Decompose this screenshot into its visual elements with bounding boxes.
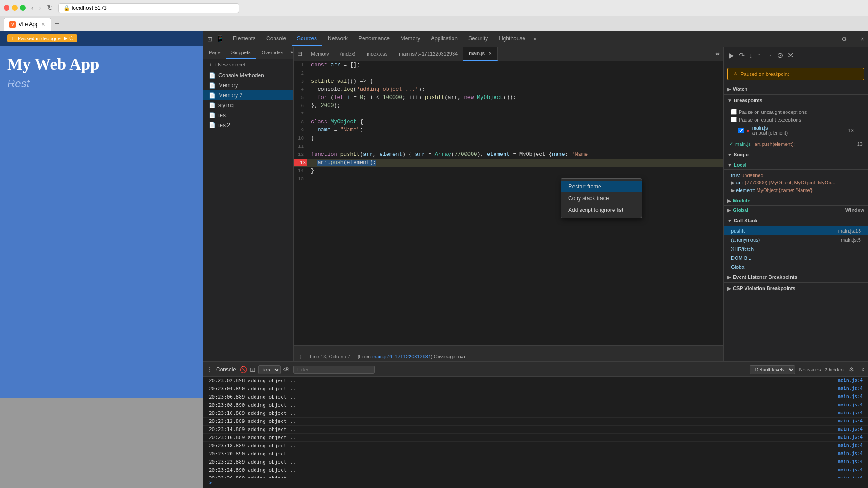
callstack-item-anon[interactable]: (anonymous) main.js:5 <box>724 235 868 244</box>
pause-resume-button[interactable]: ▶ <box>727 50 736 61</box>
global-scope-header[interactable]: ▶ Global Window <box>724 206 868 215</box>
pause-uncaught-checkbox[interactable] <box>731 109 737 115</box>
filter-icon[interactable]: ⊡ <box>250 366 255 373</box>
tab-close-button[interactable]: × <box>41 21 45 28</box>
subtab-overrides[interactable]: Overrides <box>256 47 289 59</box>
csp-violation-breakpoints-header[interactable]: ▶ CSP Violation Breakpoints <box>724 283 868 294</box>
callstack-item-xhr[interactable]: XHR/fetch <box>724 244 868 253</box>
step-button[interactable]: → <box>764 50 774 61</box>
file-item-memory2[interactable]: 📄 Memory 2 <box>203 90 293 100</box>
tab-memory[interactable]: Memory <box>395 32 425 46</box>
arr-scope-item[interactable]: ▶ arr: (7770000) [MyObject, MyObject, My… <box>731 179 861 187</box>
step-over-button[interactable]: ↷ <box>737 50 746 61</box>
subtab-page[interactable]: Page <box>203 47 226 59</box>
editor-tab-main-t[interactable]: main.js?t=1711220312934 <box>393 48 463 59</box>
msg-link-10[interactable]: main.js:4 <box>838 451 863 457</box>
callstack-item-dom[interactable]: DOM B... <box>724 253 868 263</box>
file-item-test2[interactable]: 📄 test2 <box>203 120 293 130</box>
module-scope-header[interactable]: ▶ Module <box>724 196 868 206</box>
source-link[interactable]: main.js?t=1711220312934 <box>372 354 431 359</box>
tab-console[interactable]: Console <box>261 32 292 46</box>
more-options-icon[interactable]: ⋮ <box>851 35 857 42</box>
console-input[interactable] <box>215 480 863 486</box>
close-devtools-icon[interactable]: × <box>861 35 864 42</box>
tab-lighthouse[interactable]: Lighthouse <box>493 32 531 46</box>
tab-security[interactable]: Security <box>463 32 493 46</box>
step-into-button[interactable]: ↓ <box>748 50 754 61</box>
context-menu-add-to-ignore[interactable]: Add script to ignore list <box>561 204 642 216</box>
event-listener-breakpoints-header[interactable]: ▶ Event Listener Breakpoints <box>724 272 868 283</box>
devtools-topbar: ⊡ 📱 Elements Console Sources Network Per… <box>203 31 868 47</box>
element-scope-item[interactable]: ▶ element: MyObject {name: 'Name'} <box>731 187 861 194</box>
editor-tab-index[interactable]: (index) <box>335 48 362 59</box>
console-eye-icon[interactable]: 👁 <box>283 366 290 373</box>
tab-elements[interactable]: Elements <box>227 32 261 46</box>
msg-link-9[interactable]: main.js:4 <box>838 443 863 449</box>
tab-sources[interactable]: Sources <box>292 32 322 46</box>
console-context-dropdown[interactable]: top <box>258 365 281 374</box>
file-item-memory[interactable]: 📄 Memory <box>203 80 293 90</box>
more-tabs-icon[interactable]: » <box>531 36 539 42</box>
msg-link-4[interactable]: main.js:4 <box>838 402 863 408</box>
split-editor-icon[interactable]: ⊟ <box>294 49 306 59</box>
callstack-section-header[interactable]: ▼ Call Stack <box>724 215 868 226</box>
file-item-test[interactable]: 📄 test <box>203 110 293 120</box>
address-bar[interactable]: 🔒 localhost:5173 <box>58 3 239 13</box>
new-tab-button[interactable]: + <box>53 18 61 31</box>
resume-icon[interactable]: ▶ <box>64 35 67 41</box>
callstack-item-global[interactable]: Global <box>724 263 868 272</box>
inspect-icon[interactable]: ⊡ <box>207 35 212 42</box>
file-item-styling[interactable]: 📄 styling <box>203 100 293 110</box>
mainjs-scope-header[interactable]: ✓ main.js arr.push(element); 13 <box>724 139 868 149</box>
console-more-icon[interactable]: ⋮ <box>207 366 212 373</box>
back-button[interactable]: ‹ <box>29 3 35 13</box>
expand-editor-icon[interactable]: ⇔ <box>712 48 723 60</box>
settings-icon[interactable]: ⚙ <box>841 35 847 42</box>
tab-network[interactable]: Network <box>322 32 353 46</box>
msg-link-1[interactable]: main.js:4 <box>838 378 863 384</box>
browser-tab[interactable]: V Vite App × <box>4 18 51 31</box>
msg-link-11[interactable]: main.js:4 <box>838 459 863 465</box>
editor-tab-indexcss[interactable]: index.css <box>361 48 393 59</box>
msg-link-5[interactable]: main.js:4 <box>838 410 863 416</box>
file-item-console-methoden[interactable]: 📄 Console Methoden <box>203 70 293 80</box>
forward-button[interactable]: › <box>37 3 43 13</box>
console-settings-icon[interactable]: ⚙ <box>849 366 854 373</box>
breakpoints-section-header[interactable]: ▼ Breakpoints <box>724 95 868 106</box>
context-menu-restart-frame[interactable]: Restart frame <box>561 181 642 192</box>
horizontal-scrollbar[interactable] <box>294 345 723 351</box>
console-filter-input[interactable] <box>293 366 375 374</box>
reload-button[interactable]: ↻ <box>45 3 55 13</box>
device-icon[interactable]: 📱 <box>216 35 224 42</box>
tab-application[interactable]: Application <box>425 32 463 46</box>
watch-section-header[interactable]: ▶ Watch <box>724 84 868 95</box>
minimize-button[interactable] <box>12 5 18 11</box>
msg-link-7[interactable]: main.js:4 <box>838 427 863 432</box>
default-levels-dropdown[interactable]: Default levels <box>750 365 795 374</box>
breakpoint-active-checkbox[interactable] <box>738 128 744 133</box>
msg-link-6[interactable]: main.js:4 <box>838 418 863 424</box>
close-console-icon[interactable]: × <box>861 366 864 373</box>
tab-close-icon[interactable]: × <box>488 50 492 57</box>
deactivate-breakpoints-button[interactable]: ⊘ <box>776 50 784 61</box>
step-out-button[interactable]: ↑ <box>756 50 762 61</box>
context-menu-copy-stack-trace[interactable]: Copy stack trace <box>561 192 642 204</box>
dont-pause-exceptions-button[interactable]: ✕ <box>786 50 795 61</box>
subtab-snippets[interactable]: Snippets <box>226 47 256 59</box>
clear-console-icon[interactable]: 🚫 <box>240 366 247 373</box>
msg-link-8[interactable]: main.js:4 <box>838 435 863 441</box>
msg-link-3[interactable]: main.js:4 <box>838 394 863 400</box>
scope-section-header[interactable]: ▼ Scope <box>724 149 868 160</box>
step-icon[interactable]: ⬡ <box>69 35 74 41</box>
new-snippet-button[interactable]: + + New snippet <box>203 59 293 70</box>
close-button[interactable] <box>4 5 9 11</box>
maximize-button[interactable] <box>20 5 26 11</box>
pause-caught-checkbox[interactable] <box>731 117 737 122</box>
callstack-item-pushit[interactable]: pushIt main.js:13 <box>724 226 868 235</box>
local-scope-header[interactable]: ▼ Local <box>724 160 868 170</box>
editor-tab-main[interactable]: main.js × <box>463 47 498 61</box>
editor-tab-memory[interactable]: Memory <box>306 48 335 59</box>
tab-performance[interactable]: Performance <box>353 32 395 46</box>
msg-link-2[interactable]: main.js:4 <box>838 386 863 392</box>
msg-link-12[interactable]: main.js:4 <box>838 467 863 473</box>
